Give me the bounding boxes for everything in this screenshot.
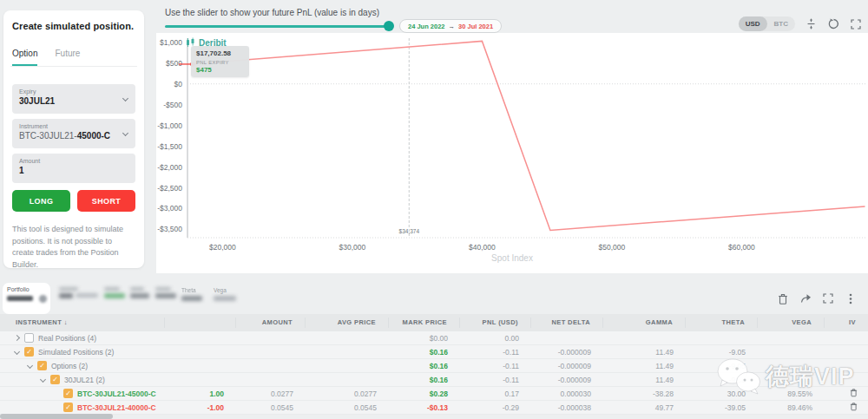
row-checkbox[interactable]	[24, 347, 34, 357]
long-button[interactable]: LONG	[12, 190, 70, 212]
currency-btc-button[interactable]: BTC	[767, 16, 795, 31]
row-checkbox[interactable]	[37, 361, 47, 370]
tooltip-label: PNL EXPIRY	[196, 60, 244, 65]
cell-theta: 11.49	[603, 348, 686, 357]
svg-text:$500: $500	[166, 59, 182, 68]
row-checkbox[interactable]	[63, 403, 73, 412]
expand-table-icon[interactable]	[821, 291, 835, 305]
svg-text:$50,000: $50,000	[599, 243, 626, 252]
instrument-label: Instrument	[19, 123, 128, 129]
cell-iv: 89.46%	[758, 403, 825, 412]
panel-title: Create simulated position.	[12, 21, 135, 31]
cell-mark_price: 0.0277	[306, 390, 389, 398]
svg-text:-$2,500: -$2,500	[157, 184, 182, 193]
tab-option[interactable]: Option	[12, 49, 37, 66]
chart-tooltip: $17,702.58 PNL EXPIRY $475	[191, 46, 249, 77]
table-row[interactable]: Options (2)$0.16-0.11-0.00000911.49-9.05	[0, 359, 868, 373]
amount-input[interactable]: Amount 1	[12, 154, 135, 183]
table-row[interactable]: 30JUL21 (2)$0.16-0.11-0.00000911.49-9.05	[0, 373, 868, 387]
table-header: INSTRUMENT ↓AMOUNTAVG PRICEMARK PRICEPNL…	[0, 314, 868, 331]
row-checkbox[interactable]	[24, 333, 34, 343]
instrument-type-tabs: Option Future	[12, 49, 135, 66]
cell-vega: -39.05	[686, 403, 758, 412]
svg-text:$60,000: $60,000	[728, 243, 755, 252]
delete-row-icon[interactable]	[850, 388, 858, 397]
cell-gamma: -0.000009	[531, 376, 603, 384]
currency-usd-button[interactable]: USD	[739, 16, 767, 31]
portfolio-currency-blurred	[39, 295, 47, 303]
cell-amount: -1.00	[165, 403, 236, 412]
instrument-label: BTC-30JUL21-40000-C	[77, 403, 156, 412]
expiry-value: 30JUL21	[19, 96, 128, 106]
portfolio-value-blurred	[7, 296, 33, 301]
autoscale-icon[interactable]	[804, 17, 818, 31]
pnl-slider-bar: Use the slider to show your future PnL (…	[156, 0, 868, 35]
pnl-chart[interactable]: $1,000$500$0-$500-$1,000-$1,500-$2,000-$…	[156, 33, 868, 273]
column-header[interactable]: MARK PRICE	[389, 318, 460, 328]
short-button[interactable]: SHORT	[77, 190, 135, 212]
cell-amount: 1.00	[165, 390, 236, 398]
reset-icon[interactable]	[826, 17, 840, 31]
instrument-label: 30JUL21 (2)	[64, 376, 105, 384]
collapse-caret-icon[interactable]	[40, 377, 46, 382]
currency-toggle: USD BTC	[739, 16, 795, 31]
instrument-label: Real Positions (4)	[38, 334, 96, 343]
create-position-panel: Create simulated position. Option Future…	[3, 10, 144, 268]
metric-card-blurred	[59, 287, 98, 298]
collapse-caret-icon[interactable]	[27, 363, 33, 368]
position-builder-app: Create simulated position. Option Future…	[0, 0, 868, 419]
instrument-value: BTC-30JUL21-45000-C	[19, 131, 128, 141]
tooltip-index-price: $17,702.58	[196, 49, 244, 57]
table-row[interactable]: Real Positions (4)$0.000.00	[0, 331, 868, 345]
date-to: 30 Jul 2021	[458, 23, 493, 30]
share-icon[interactable]	[799, 291, 812, 305]
row-checkbox[interactable]	[50, 375, 60, 384]
column-header[interactable]: THETA	[686, 318, 758, 328]
column-header[interactable]: VEGA	[758, 318, 825, 328]
amount-value: 1	[19, 166, 128, 175]
instrument-label: BTC-30JUL21-45000-C	[77, 390, 156, 398]
amount-label: Amount	[19, 158, 128, 164]
svg-text:$1,000: $1,000	[160, 38, 182, 47]
cell-vega: 30.00	[686, 390, 758, 398]
portfolio-summary-card[interactable]: Portfolio	[3, 283, 50, 314]
svg-text:-$500: -$500	[163, 101, 182, 109]
row-checkbox[interactable]	[63, 389, 73, 398]
cell-theta: 11.49	[603, 362, 686, 370]
column-header[interactable]: GAMMA	[603, 318, 686, 328]
table-row[interactable]: Simulated Positions (2)$0.16-0.11-0.0000…	[0, 345, 868, 359]
arrow-right-icon: →	[449, 23, 456, 30]
expiry-select[interactable]: Expiry 30JUL21	[12, 84, 135, 114]
collapse-caret-icon[interactable]	[14, 350, 20, 354]
column-header[interactable]: PNL (USD)	[460, 318, 531, 328]
expand-caret-icon[interactable]	[14, 336, 20, 340]
metric-card-blurred	[130, 287, 149, 298]
portfolio-label: Portfolio	[7, 286, 46, 292]
chart-controls: USD BTC	[739, 16, 863, 31]
table-row[interactable]: BTC-30JUL21-45000-C1.000.02770.0277$0.28…	[0, 387, 868, 401]
instrument-select[interactable]: Instrument BTC-30JUL21-45000-C	[12, 119, 135, 148]
cell-net_delta: -0.11	[460, 362, 531, 370]
tabs-divider	[10, 66, 137, 67]
column-header[interactable]: INSTRUMENT ↓	[0, 318, 165, 328]
table-actions	[776, 291, 858, 305]
tab-future[interactable]: Future	[55, 49, 80, 66]
kebab-menu-icon[interactable]	[844, 291, 858, 305]
row-actions	[825, 388, 868, 399]
fullscreen-icon[interactable]	[849, 17, 863, 31]
column-header[interactable]: AMOUNT	[236, 318, 306, 328]
column-header[interactable]: NET DELTA	[531, 318, 603, 328]
column-header[interactable]: AVG PRICE	[306, 318, 389, 328]
table-row[interactable]: BTC-30JUL21-40000-C-1.000.05450.0545-$0.…	[0, 401, 868, 415]
delete-all-icon[interactable]	[776, 291, 790, 305]
days-slider-handle[interactable]	[384, 21, 394, 31]
column-header[interactable]: IV	[825, 318, 868, 328]
delete-row-icon[interactable]	[850, 402, 858, 411]
svg-text:-$3,500: -$3,500	[157, 225, 182, 233]
pnl-chart-card: $1,000$500$0-$500-$1,000-$1,500-$2,000-$…	[156, 33, 868, 273]
date-from: 24 Jun 2022	[408, 23, 445, 30]
days-slider-track[interactable]	[165, 25, 388, 28]
horizontal-scrollbar-thumb[interactable]	[0, 414, 113, 419]
cell-vega: -9.05	[686, 348, 758, 357]
column-header[interactable]	[165, 318, 236, 328]
